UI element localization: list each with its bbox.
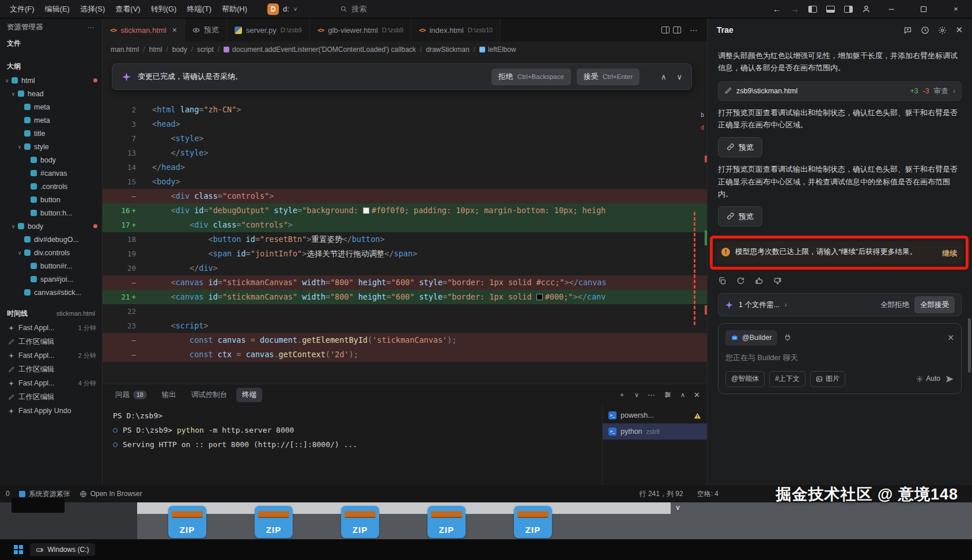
line-col-indicator[interactable]: 行 241，列 92 bbox=[640, 489, 683, 499]
minimize-button[interactable]: ─ bbox=[880, 0, 903, 18]
toggle-sidebar-icon[interactable] bbox=[808, 6, 817, 13]
outline-item[interactable]: button bbox=[0, 193, 102, 206]
search-input[interactable]: 搜索 bbox=[334, 2, 372, 16]
regenerate-icon[interactable] bbox=[736, 277, 745, 285]
review-link[interactable]: 审查 bbox=[934, 85, 948, 97]
breadcrumb-item[interactable]: drawStickman bbox=[426, 46, 469, 54]
more-actions-icon[interactable]: ⋯ bbox=[690, 25, 698, 35]
thumbs-up-icon[interactable] bbox=[755, 277, 763, 285]
continue-button[interactable]: 继续 bbox=[942, 247, 957, 259]
close-icon[interactable]: × bbox=[172, 25, 177, 35]
preview-button[interactable]: 预览 bbox=[718, 206, 762, 226]
breadcrumb-item[interactable]: html bbox=[149, 46, 162, 54]
close-panel-icon[interactable]: ✕ bbox=[694, 391, 700, 399]
menu-item[interactable]: 选择(S) bbox=[75, 2, 110, 16]
indentation-indicator[interactable]: 空格: 4 bbox=[697, 489, 718, 499]
windows-start-icon[interactable] bbox=[14, 545, 23, 554]
outline-item[interactable]: ∨div.controls bbox=[0, 246, 102, 259]
zip-file-icon[interactable]: ZIP bbox=[255, 506, 293, 538]
more-actions-icon[interactable]: ⋯ bbox=[88, 23, 96, 32]
breadcrumb-item[interactable]: document.addEventListener('DOMContentLoa… bbox=[224, 46, 416, 54]
timeline-section-header[interactable]: 时间线 stickman.html bbox=[0, 306, 102, 321]
accept-button[interactable]: 接受 Ctrl+Enter bbox=[577, 69, 640, 85]
outline-section-header[interactable]: 大纲 bbox=[0, 59, 102, 74]
model-auto-selector[interactable]: Auto bbox=[916, 373, 940, 385]
resource-warning[interactable]: 系统资源紧张 bbox=[19, 489, 70, 499]
breadcrumb-item[interactable]: script bbox=[197, 46, 214, 54]
thumbs-down-icon[interactable] bbox=[773, 277, 782, 285]
open-in-browser[interactable]: Open In Browser bbox=[80, 490, 142, 498]
context-chip[interactable]: @智能体 bbox=[725, 371, 765, 387]
outline-item[interactable]: canvas#stick... bbox=[0, 286, 102, 299]
breadcrumb-item[interactable]: body bbox=[172, 46, 187, 54]
filter-icon[interactable] bbox=[664, 391, 672, 399]
menu-item[interactable]: 编辑(E) bbox=[40, 2, 75, 16]
zip-file-icon[interactable]: ZIP bbox=[168, 506, 206, 538]
send-icon[interactable] bbox=[945, 374, 954, 384]
context-chip[interactable]: #上下文 bbox=[769, 371, 805, 387]
menu-item[interactable]: 终端(T) bbox=[181, 2, 217, 16]
taskbar-item-drive[interactable]: Windows (C:) bbox=[30, 543, 95, 556]
chevron-up-icon[interactable]: ∧ bbox=[680, 391, 685, 399]
outline-item[interactable]: #canvas bbox=[0, 167, 102, 180]
explorer-header[interactable]: 资源管理器 ⋯ bbox=[0, 18, 102, 36]
workspace-selector[interactable]: D d: ∨ bbox=[267, 3, 297, 15]
chevron-up-icon[interactable]: ∧ bbox=[661, 73, 667, 81]
reject-all-button[interactable]: 全部拒绝 bbox=[880, 299, 909, 311]
breadcrumb-item[interactable]: man.html bbox=[111, 46, 139, 54]
panel-tab[interactable]: 输出 bbox=[156, 388, 182, 402]
outline-item[interactable]: title bbox=[0, 127, 102, 140]
agent-pill[interactable]: @Builder bbox=[725, 330, 777, 346]
timeline-item[interactable]: 工作区编辑 bbox=[0, 335, 102, 349]
chevron-down-icon[interactable]: ∨ bbox=[634, 391, 639, 399]
timeline-item[interactable]: Fast Appl...4 分钟 bbox=[0, 376, 102, 390]
timeline-item[interactable]: Fast Apply Undo bbox=[0, 404, 102, 418]
copy-icon[interactable] bbox=[718, 277, 727, 285]
scrollbar-thumb[interactable] bbox=[968, 318, 971, 373]
close-icon[interactable]: ✕ bbox=[947, 331, 954, 345]
context-chip[interactable]: 图片 bbox=[810, 371, 845, 387]
zip-file-icon[interactable]: ZIP bbox=[341, 506, 379, 538]
outline-item[interactable]: ∨html bbox=[0, 74, 102, 87]
chat-input-placeholder[interactable]: 您正在与 Builder 聊天 bbox=[725, 351, 954, 364]
outline-item[interactable]: button#r... bbox=[0, 259, 102, 273]
reject-button[interactable]: 拒绝 Ctrl+Backspace bbox=[491, 69, 571, 85]
toggle-panel-icon[interactable] bbox=[826, 6, 835, 13]
timeline-item[interactable]: Fast Appl...1 分钟 bbox=[0, 321, 102, 335]
panel-tab[interactable]: 调试控制台 bbox=[186, 388, 233, 402]
chat-input-box[interactable]: @Builder ✕ 您正在与 Builder 聊天 @智能体#上下文图片 Au… bbox=[718, 323, 962, 394]
plug-icon[interactable] bbox=[784, 334, 792, 342]
maximize-button[interactable] bbox=[912, 0, 935, 18]
outline-item[interactable]: .controls bbox=[0, 180, 102, 193]
outline-item[interactable]: div#debugO... bbox=[0, 233, 102, 246]
panel-tab[interactable]: 问题18 bbox=[109, 388, 153, 402]
menu-item[interactable]: 帮助(H) bbox=[217, 2, 252, 16]
editor-tab[interactable]: <>index.htmlD:\zsb10 bbox=[411, 18, 501, 41]
menu-item[interactable]: 查看(V) bbox=[110, 2, 145, 16]
account-icon[interactable] bbox=[862, 5, 871, 13]
editor-tab[interactable]: 预览 bbox=[185, 18, 227, 41]
timeline-item[interactable]: Fast Appl...2 分钟 bbox=[0, 349, 102, 362]
chevron-down-icon[interactable]: ∨ bbox=[676, 73, 682, 81]
terminal-list-item[interactable]: >_pythonzsb9 bbox=[603, 423, 707, 440]
chevron-right-icon[interactable]: › bbox=[785, 299, 787, 311]
outline-item[interactable]: ∨body bbox=[0, 220, 102, 233]
back-button[interactable]: ← bbox=[773, 4, 781, 14]
outline-item[interactable]: button:h... bbox=[0, 206, 102, 220]
timeline-item[interactable]: 工作区编辑 bbox=[0, 362, 102, 376]
menu-item[interactable]: 文件(F) bbox=[5, 2, 40, 16]
breadcrumb-item[interactable]: leftElbow bbox=[479, 46, 516, 54]
menu-item[interactable]: 转到(G) bbox=[146, 2, 182, 16]
status-counter[interactable]: 0 bbox=[6, 490, 10, 498]
outline-item[interactable]: meta bbox=[0, 113, 102, 127]
more-actions-icon[interactable]: ⋯ bbox=[648, 391, 655, 399]
split-editor-icon[interactable] bbox=[661, 27, 681, 33]
gear-icon[interactable] bbox=[938, 26, 947, 35]
editor-tab[interactable]: server.pyD:\zsb9 bbox=[227, 18, 310, 41]
panel-tab[interactable]: 终端 bbox=[236, 388, 262, 402]
forward-button[interactable]: → bbox=[791, 4, 799, 14]
new-terminal-icon[interactable]: ＋ bbox=[618, 389, 626, 400]
outline-item[interactable]: ∨style bbox=[0, 140, 102, 153]
zip-file-icon[interactable]: ZIP bbox=[428, 506, 466, 538]
accept-all-button[interactable]: 全部接受 bbox=[914, 296, 955, 314]
